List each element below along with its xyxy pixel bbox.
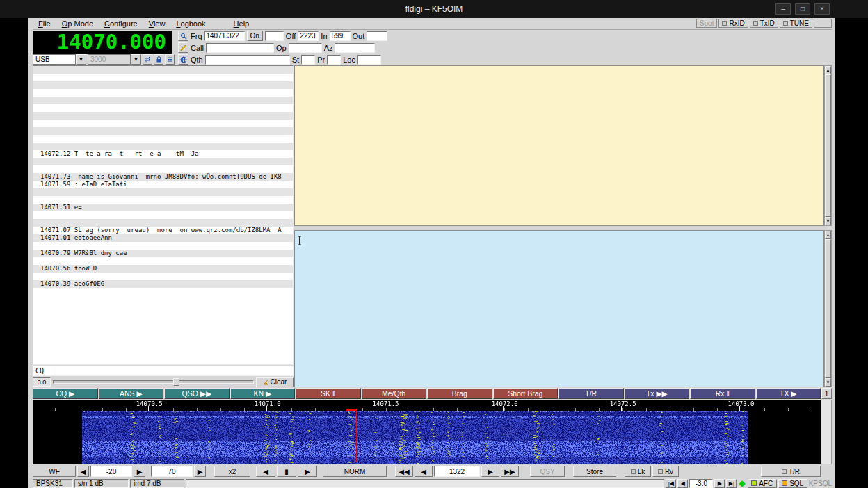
tr-toggle[interactable]: T/R <box>761 466 821 477</box>
browser-row[interactable] <box>33 127 293 135</box>
browser-row[interactable] <box>33 211 293 219</box>
browser-row[interactable]: 14071.01 eotoaeeAnn <box>33 234 293 242</box>
clear-button[interactable]: Clear <box>256 377 294 387</box>
carrier-fast-down-button[interactable]: ◀◀ <box>395 466 413 477</box>
menu-view[interactable]: View <box>143 19 171 28</box>
browser-row[interactable] <box>33 196 293 204</box>
macro-button-sk[interactable]: SK ‖ <box>296 388 361 399</box>
macro-set-button[interactable]: 1 <box>821 388 832 399</box>
browser-row[interactable] <box>33 81 293 89</box>
chevron-down-icon[interactable]: ▼ <box>76 54 86 65</box>
rst-out-input[interactable] <box>367 31 387 41</box>
txlevel-up-button[interactable]: ▶ <box>714 479 725 488</box>
browser-row[interactable]: 14070.39 aeoGf0EG <box>33 280 293 288</box>
chevron-down-icon[interactable]: ▼ <box>131 54 141 65</box>
tx-text-panel[interactable] <box>294 230 824 387</box>
frequency-display[interactable]: 14070.000 <box>33 31 172 54</box>
qsy-button[interactable]: QSY <box>530 466 565 477</box>
scroll-right-button[interactable]: ▶ <box>298 466 317 477</box>
menu-configure[interactable]: Configure <box>99 19 143 28</box>
bandwidth-combo[interactable]: 3000 ▼ <box>88 54 141 65</box>
browser-row[interactable] <box>33 273 293 280</box>
sql-toggle[interactable]: SQL <box>778 479 807 488</box>
menu-op-mode[interactable]: Op Mode <box>56 19 99 28</box>
menu-file[interactable]: File <box>33 19 56 28</box>
browser-row[interactable] <box>33 158 293 165</box>
pr-input[interactable] <box>327 55 341 65</box>
slider-thumb[interactable] <box>173 378 179 386</box>
scrollbar-thumb[interactable] <box>825 74 831 217</box>
browser-row[interactable] <box>33 74 293 81</box>
close-button[interactable]: × <box>814 3 830 15</box>
titlebar[interactable]: fldigi – KF5OIM – □ × <box>0 0 868 18</box>
browser-row[interactable] <box>33 219 293 227</box>
browser-row[interactable] <box>33 165 293 173</box>
macro-button-brag[interactable]: Brag <box>427 388 492 399</box>
txid-toggle[interactable]: TxID <box>750 19 778 28</box>
browser-row[interactable]: 14071.07 SL ag (sorry ureau) more on www… <box>33 227 293 234</box>
mode-status[interactable]: BPSK31 <box>33 479 73 488</box>
txlevel-min-button[interactable]: |◀ <box>666 479 676 488</box>
macro-button-qso[interactable]: QSO ▶▶ <box>164 388 230 399</box>
upper-level-up-button[interactable]: ▶ <box>134 466 145 477</box>
scroll-up-icon[interactable]: ▲ <box>825 231 831 239</box>
macro-button-rx[interactable]: Rx ‖ <box>690 388 755 399</box>
minimize-button[interactable]: – <box>775 3 791 15</box>
browser-row[interactable] <box>33 242 293 250</box>
browser-row[interactable]: 14070.56 tooW D <box>33 265 293 273</box>
upper-level-down-button[interactable]: ◀ <box>77 466 89 477</box>
browser-row[interactable] <box>33 66 293 74</box>
macro-button-kn[interactable]: KN ▶ <box>230 388 296 399</box>
qrz-lookup-button[interactable] <box>178 31 188 41</box>
op-input[interactable] <box>289 43 322 53</box>
waterfall-canvas[interactable] <box>33 411 821 464</box>
txlevel-down-button[interactable]: ◀ <box>677 479 688 488</box>
options-button[interactable] <box>165 54 175 65</box>
range-up-button[interactable]: ▶ <box>194 466 206 477</box>
browser-row[interactable] <box>33 257 293 265</box>
time-off-input[interactable] <box>298 31 319 41</box>
seek-input[interactable] <box>33 366 294 376</box>
browser-row[interactable]: 14071.59 : eTaD eTaTati <box>33 181 293 188</box>
browser-row[interactable]: 14070.79 W7RšBl dmy cae <box>33 250 293 257</box>
tune-toggle[interactable]: TUNE <box>780 19 812 28</box>
maximize-button[interactable]: □ <box>795 3 810 15</box>
waterfall-cursor[interactable] <box>346 409 357 462</box>
scroll-up-icon[interactable]: ▲ <box>825 66 831 74</box>
carrier-fast-up-button[interactable]: ▶▶ <box>501 466 519 477</box>
slider-track[interactable] <box>53 380 254 384</box>
spot-toggle[interactable]: Spot <box>696 19 718 28</box>
macro-button-meqth[interactable]: Me/Qth <box>362 388 427 399</box>
swap-button[interactable] <box>143 54 152 65</box>
browser-row[interactable]: 14072.12 T te a ra t rt e a tM Ja <box>33 150 293 158</box>
scroll-left-button[interactable]: ◀ <box>256 466 275 477</box>
store-button[interactable]: Store <box>573 466 616 477</box>
reverse-toggle[interactable]: Rv <box>652 466 679 477</box>
menu-help[interactable]: Help <box>228 19 255 28</box>
tx-scrollbar[interactable]: ▲ ▼ <box>824 230 832 387</box>
browser-row[interactable] <box>33 135 293 143</box>
signal-browser[interactable]: 14072.12 T te a ra t rt e a tM Ja14071.7… <box>33 65 294 365</box>
frq-input[interactable] <box>204 31 245 41</box>
menu-logbook[interactable]: Logbook <box>170 19 211 28</box>
lock-carrier-toggle[interactable]: Lk <box>625 466 651 477</box>
qth-input[interactable] <box>205 55 290 65</box>
browser-row[interactable] <box>33 188 293 196</box>
macro-button-cq[interactable]: CQ ▶ <box>33 388 98 399</box>
afc-toggle[interactable]: AFC <box>748 479 777 488</box>
macro-button-tx[interactable]: Tx ▶▶ <box>625 388 690 399</box>
scroll-down-icon[interactable]: ▼ <box>825 378 831 387</box>
loc-input[interactable] <box>357 55 381 65</box>
carrier-down-button[interactable]: ◀ <box>415 466 433 477</box>
map-lookup-button[interactable] <box>178 54 188 65</box>
browser-row[interactable] <box>33 112 293 120</box>
scrollbar-thumb[interactable] <box>825 239 831 378</box>
scroll-down-icon[interactable]: ▼ <box>825 217 831 225</box>
macro-button-ans[interactable]: ANS ▶ <box>99 388 164 399</box>
rx-text-panel[interactable] <box>294 65 824 226</box>
macro-button-tr[interactable]: T/R <box>558 388 624 399</box>
browser-row[interactable]: 14071.73 name is Giovanni mrno JM88DVfo:… <box>33 173 293 181</box>
browser-row[interactable] <box>33 120 293 127</box>
carrier-up-button[interactable]: ▶ <box>481 466 499 477</box>
macro-button-shortbrag[interactable]: Short Brag <box>493 388 558 399</box>
